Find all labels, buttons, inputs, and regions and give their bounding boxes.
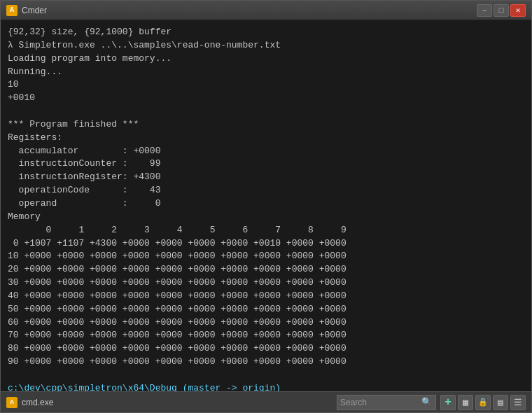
term-line: Loading program into memory... [8,52,524,66]
search-box[interactable]: 🔍 [337,395,436,410]
term-line [8,369,524,382]
term-line: 40 +0000 +0000 +0000 +0000 +0000 +0000 +… [8,290,524,303]
term-line: accumulator : +0000 [8,145,524,158]
close-button[interactable]: ✕ [510,4,526,17]
term-line: 80 +0000 +0000 +0000 +0000 +0000 +0000 +… [8,342,524,356]
term-line: 0 +1007 +1107 +4300 +0000 +0000 +0000 +0… [8,237,524,251]
window-title: Cmder [22,6,477,15]
add-tab-button[interactable]: + [440,395,456,410]
term-line: 0 1 2 3 4 5 6 7 8 9 [8,224,524,237]
title-bar: A Cmder – □ ✕ [1,1,531,20]
split-horizontal-button[interactable]: ▤ [493,395,508,410]
status-bar: A cmd.exe 🔍 + ▦ 🔒 ▤ ☰ [1,391,531,412]
lock-button[interactable]: 🔒 [475,395,491,410]
term-line: 20 +0000 +0000 +0000 +0000 +0000 +0000 +… [8,263,524,276]
term-line: instructionRegister: +4300 [8,171,524,184]
status-actions: + ▦ 🔒 ▤ ☰ [440,395,526,410]
term-line: 70 +0000 +0000 +0000 +0000 +0000 +0000 +… [8,329,524,342]
minimize-button[interactable]: – [477,4,492,17]
term-line: {92,32} size, {92,1000} buffer [8,26,524,39]
prompt-path: c:\dev\cpp\simpletron\x64\Debug (master … [8,382,524,391]
status-cmd-label: cmd.exe [22,398,332,407]
term-line: 60 +0000 +0000 +0000 +0000 +0000 +0000 +… [8,316,524,330]
term-line: operationCode : 43 [8,184,524,197]
term-line: instructionCounter : 99 [8,158,524,171]
maximize-button[interactable]: □ [493,4,509,17]
search-icon[interactable]: 🔍 [420,396,433,409]
status-app-icon: A [6,397,18,408]
window-frame: A Cmder – □ ✕ {92,32} size, {92,1000} bu… [0,0,532,413]
term-line: 10 +0000 +0000 +0000 +0000 +0000 +0000 +… [8,250,524,263]
window-controls: – □ ✕ [477,4,526,17]
term-line: λ Simpletron.exe ..\..\samples\read-one-… [8,39,524,52]
term-line: +0010 [8,92,524,105]
term-line: *** Program finished *** [8,118,524,132]
term-line: 50 +0000 +0000 +0000 +0000 +0000 +0000 +… [8,303,524,316]
menu-button[interactable]: ☰ [510,395,526,410]
memory-label: Memory [8,211,524,224]
term-line: Running... [8,66,524,79]
term-line [8,105,524,118]
app-icon: A [6,5,18,16]
search-input[interactable] [340,398,417,407]
term-line: 10 [8,78,524,92]
term-line: operand : 0 [8,197,524,211]
split-vertical-button[interactable]: ▦ [458,395,473,410]
term-line: 30 +0000 +0000 +0000 +0000 +0000 +0000 +… [8,276,524,290]
term-line: 90 +0000 +0000 +0000 +0000 +0000 +0000 +… [8,356,524,369]
terminal-area[interactable]: {92,32} size, {92,1000} buffer λ Simplet… [1,20,531,391]
term-line: Registers: [8,132,524,145]
